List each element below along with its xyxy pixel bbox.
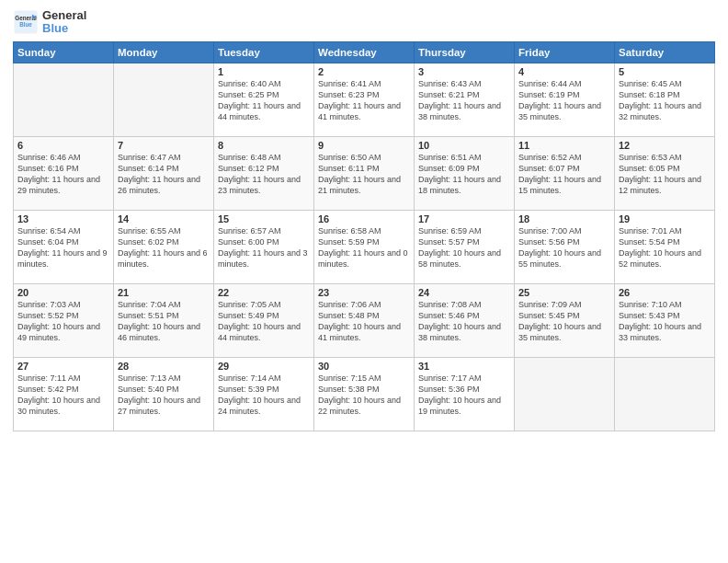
day-number: 9 xyxy=(318,140,410,151)
calendar-cell xyxy=(515,357,615,431)
day-info: Sunrise: 6:51 AM Sunset: 6:09 PM Dayligh… xyxy=(418,152,510,197)
day-info: Sunrise: 7:05 AM Sunset: 5:49 PM Dayligh… xyxy=(218,299,310,344)
day-info: Sunrise: 6:55 AM Sunset: 6:02 PM Dayligh… xyxy=(118,225,210,270)
calendar-cell: 24Sunrise: 7:08 AM Sunset: 5:46 PM Dayli… xyxy=(415,283,515,357)
day-number: 18 xyxy=(518,213,610,224)
day-number: 27 xyxy=(17,361,109,372)
calendar-table: SundayMondayTuesdayWednesdayThursdayFrid… xyxy=(13,41,715,431)
day-info: Sunrise: 6:41 AM Sunset: 6:23 PM Dayligh… xyxy=(318,78,410,123)
day-number: 26 xyxy=(619,287,711,298)
day-info: Sunrise: 6:54 AM Sunset: 6:04 PM Dayligh… xyxy=(17,225,109,270)
logo-text: General Blue xyxy=(42,9,86,36)
page: General Blue General Blue SundayMondayTu… xyxy=(0,0,728,441)
day-number: 8 xyxy=(218,140,310,151)
calendar-cell: 23Sunrise: 7:06 AM Sunset: 5:48 PM Dayli… xyxy=(314,283,415,357)
calendar-cell: 2Sunrise: 6:41 AM Sunset: 6:23 PM Daylig… xyxy=(314,63,415,136)
logo-icon: General Blue xyxy=(13,9,39,35)
day-info: Sunrise: 6:59 AM Sunset: 5:57 PM Dayligh… xyxy=(418,225,510,270)
day-number: 16 xyxy=(318,213,410,224)
weekday-header-monday: Monday xyxy=(114,41,214,63)
calendar-cell xyxy=(14,63,114,136)
calendar-cell: 17Sunrise: 6:59 AM Sunset: 5:57 PM Dayli… xyxy=(415,210,515,283)
day-info: Sunrise: 7:11 AM Sunset: 5:42 PM Dayligh… xyxy=(17,373,109,418)
weekday-header-tuesday: Tuesday xyxy=(214,41,314,63)
day-info: Sunrise: 7:03 AM Sunset: 5:52 PM Dayligh… xyxy=(17,299,109,344)
calendar-cell: 5Sunrise: 6:45 AM Sunset: 6:18 PM Daylig… xyxy=(615,63,715,136)
calendar-cell: 21Sunrise: 7:04 AM Sunset: 5:51 PM Dayli… xyxy=(114,283,214,357)
day-number: 20 xyxy=(17,287,109,298)
day-info: Sunrise: 7:10 AM Sunset: 5:43 PM Dayligh… xyxy=(619,299,711,344)
day-number: 3 xyxy=(418,66,510,77)
day-number: 25 xyxy=(518,287,610,298)
calendar-cell: 1Sunrise: 6:40 AM Sunset: 6:25 PM Daylig… xyxy=(214,63,314,136)
day-info: Sunrise: 7:00 AM Sunset: 5:56 PM Dayligh… xyxy=(518,225,610,270)
day-number: 21 xyxy=(118,287,210,298)
calendar-cell: 22Sunrise: 7:05 AM Sunset: 5:49 PM Dayli… xyxy=(214,283,314,357)
day-info: Sunrise: 7:04 AM Sunset: 5:51 PM Dayligh… xyxy=(118,299,210,344)
weekday-header-sunday: Sunday xyxy=(14,41,114,63)
calendar-cell: 12Sunrise: 6:53 AM Sunset: 6:05 PM Dayli… xyxy=(615,136,715,210)
day-info: Sunrise: 6:57 AM Sunset: 6:00 PM Dayligh… xyxy=(218,225,310,270)
calendar-cell: 4Sunrise: 6:44 AM Sunset: 6:19 PM Daylig… xyxy=(515,63,615,136)
day-info: Sunrise: 7:01 AM Sunset: 5:54 PM Dayligh… xyxy=(619,225,711,270)
day-info: Sunrise: 6:52 AM Sunset: 6:07 PM Dayligh… xyxy=(518,152,610,197)
day-info: Sunrise: 6:40 AM Sunset: 6:25 PM Dayligh… xyxy=(218,78,310,123)
day-number: 6 xyxy=(17,140,109,151)
logo: General Blue General Blue xyxy=(13,9,86,36)
calendar-cell: 13Sunrise: 6:54 AM Sunset: 6:04 PM Dayli… xyxy=(14,210,114,283)
header: General Blue General Blue xyxy=(13,9,715,36)
weekday-header-wednesday: Wednesday xyxy=(314,41,415,63)
week-row-3: 13Sunrise: 6:54 AM Sunset: 6:04 PM Dayli… xyxy=(14,210,715,283)
week-row-4: 20Sunrise: 7:03 AM Sunset: 5:52 PM Dayli… xyxy=(14,283,715,357)
calendar-cell: 15Sunrise: 6:57 AM Sunset: 6:00 PM Dayli… xyxy=(214,210,314,283)
day-number: 7 xyxy=(118,140,210,151)
day-number: 2 xyxy=(318,66,410,77)
day-info: Sunrise: 7:13 AM Sunset: 5:40 PM Dayligh… xyxy=(118,373,210,418)
calendar-cell: 26Sunrise: 7:10 AM Sunset: 5:43 PM Dayli… xyxy=(615,283,715,357)
calendar-cell xyxy=(114,63,214,136)
day-info: Sunrise: 7:09 AM Sunset: 5:45 PM Dayligh… xyxy=(518,299,610,344)
calendar-cell: 10Sunrise: 6:51 AM Sunset: 6:09 PM Dayli… xyxy=(415,136,515,210)
day-number: 29 xyxy=(218,361,310,372)
calendar-cell: 27Sunrise: 7:11 AM Sunset: 5:42 PM Dayli… xyxy=(14,357,114,431)
calendar-cell: 28Sunrise: 7:13 AM Sunset: 5:40 PM Dayli… xyxy=(114,357,214,431)
day-info: Sunrise: 6:53 AM Sunset: 6:05 PM Dayligh… xyxy=(619,152,711,197)
day-number: 12 xyxy=(619,140,711,151)
day-info: Sunrise: 7:06 AM Sunset: 5:48 PM Dayligh… xyxy=(318,299,410,344)
day-number: 22 xyxy=(218,287,310,298)
day-number: 28 xyxy=(118,361,210,372)
day-info: Sunrise: 7:08 AM Sunset: 5:46 PM Dayligh… xyxy=(418,299,510,344)
day-number: 23 xyxy=(318,287,410,298)
svg-text:Blue: Blue xyxy=(19,21,32,28)
weekday-header-friday: Friday xyxy=(515,41,615,63)
day-info: Sunrise: 7:15 AM Sunset: 5:38 PM Dayligh… xyxy=(318,373,410,418)
day-info: Sunrise: 7:14 AM Sunset: 5:39 PM Dayligh… xyxy=(218,373,310,418)
weekday-header-row: SundayMondayTuesdayWednesdayThursdayFrid… xyxy=(14,41,715,63)
day-number: 31 xyxy=(418,361,510,372)
calendar-cell: 25Sunrise: 7:09 AM Sunset: 5:45 PM Dayli… xyxy=(515,283,615,357)
day-number: 17 xyxy=(418,213,510,224)
day-info: Sunrise: 6:44 AM Sunset: 6:19 PM Dayligh… xyxy=(518,78,610,123)
day-info: Sunrise: 6:46 AM Sunset: 6:16 PM Dayligh… xyxy=(17,152,109,197)
day-info: Sunrise: 7:17 AM Sunset: 5:36 PM Dayligh… xyxy=(418,373,510,418)
calendar-cell: 3Sunrise: 6:43 AM Sunset: 6:21 PM Daylig… xyxy=(415,63,515,136)
calendar-cell: 19Sunrise: 7:01 AM Sunset: 5:54 PM Dayli… xyxy=(615,210,715,283)
day-info: Sunrise: 6:43 AM Sunset: 6:21 PM Dayligh… xyxy=(418,78,510,123)
calendar-cell: 9Sunrise: 6:50 AM Sunset: 6:11 PM Daylig… xyxy=(314,136,415,210)
day-number: 19 xyxy=(619,213,711,224)
calendar-cell: 8Sunrise: 6:48 AM Sunset: 6:12 PM Daylig… xyxy=(214,136,314,210)
day-info: Sunrise: 6:50 AM Sunset: 6:11 PM Dayligh… xyxy=(318,152,410,197)
calendar-cell xyxy=(615,357,715,431)
day-number: 14 xyxy=(118,213,210,224)
calendar-cell: 31Sunrise: 7:17 AM Sunset: 5:36 PM Dayli… xyxy=(415,357,515,431)
calendar-cell: 20Sunrise: 7:03 AM Sunset: 5:52 PM Dayli… xyxy=(14,283,114,357)
week-row-1: 1Sunrise: 6:40 AM Sunset: 6:25 PM Daylig… xyxy=(14,63,715,136)
week-row-5: 27Sunrise: 7:11 AM Sunset: 5:42 PM Dayli… xyxy=(14,357,715,431)
weekday-header-thursday: Thursday xyxy=(415,41,515,63)
calendar-cell: 11Sunrise: 6:52 AM Sunset: 6:07 PM Dayli… xyxy=(515,136,615,210)
calendar-cell: 30Sunrise: 7:15 AM Sunset: 5:38 PM Dayli… xyxy=(314,357,415,431)
day-number: 11 xyxy=(518,140,610,151)
day-number: 30 xyxy=(318,361,410,372)
calendar-cell: 6Sunrise: 6:46 AM Sunset: 6:16 PM Daylig… xyxy=(14,136,114,210)
day-info: Sunrise: 6:47 AM Sunset: 6:14 PM Dayligh… xyxy=(118,152,210,197)
